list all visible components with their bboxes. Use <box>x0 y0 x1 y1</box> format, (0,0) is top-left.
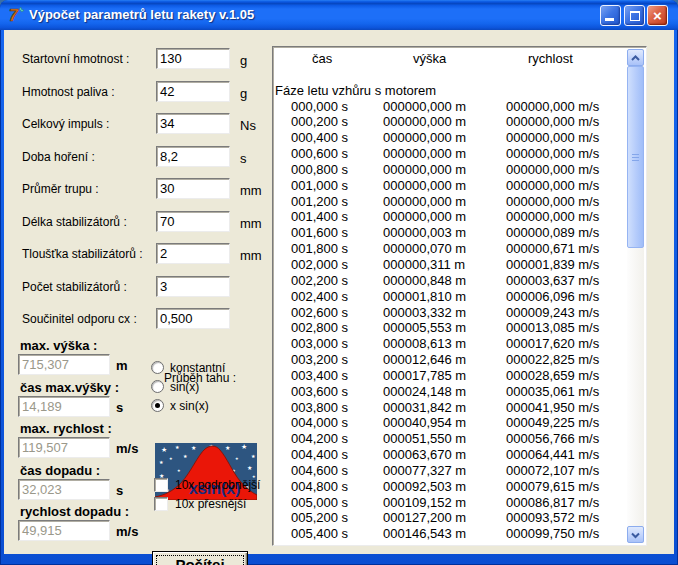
table-row[interactable]: 005,400 s000146,543 m000099,750 m/s <box>275 526 627 542</box>
table-cell: 000,600 s <box>291 146 383 162</box>
precision-checkbox-1[interactable] <box>154 497 168 511</box>
table-row[interactable]: 002,600 s000003,332 m000009,243 m/s <box>275 305 627 321</box>
form-input-1[interactable]: 42 <box>156 81 230 102</box>
table-row[interactable]: 000,000 s000000,000 m000000,000 m/s <box>275 99 627 115</box>
table-cell: 000013,085 m/s <box>506 320 599 335</box>
table-row[interactable]: 002,400 s000001,810 m000006,096 m/s <box>275 289 627 305</box>
table-row[interactable]: 000,400 s000000,000 m000000,000 m/s <box>275 130 627 146</box>
table-cell: 000000,000 m <box>383 194 506 210</box>
table-cell: 002,600 s <box>291 305 383 321</box>
form-input-5[interactable]: 70 <box>156 211 230 232</box>
table-cell: 000000,000 m <box>383 130 506 146</box>
table-cell: 000041,950 m/s <box>506 400 599 415</box>
form-label: Průměr trupu : <box>22 182 99 196</box>
table-cell: 000000,000 m <box>383 99 506 115</box>
table-cell: 000028,659 m/s <box>506 368 599 383</box>
table-row[interactable]: 004,000 s000040,954 m000049,225 m/s <box>275 415 627 431</box>
table-cell: 002,000 s <box>291 257 383 273</box>
flight-table-listbox[interactable]: čas výška rychlost Fáze letu vzhůru s mo… <box>272 46 647 546</box>
scrollbar-thumb[interactable] <box>627 66 644 248</box>
table-cell: 000000,000 m <box>383 209 506 225</box>
table-row[interactable]: 003,200 s000012,646 m000022,825 m/s <box>275 352 627 368</box>
table-row[interactable]: 005,000 s000109,152 m000086,817 m/s <box>275 495 627 511</box>
svg-text:★: ★ <box>183 453 188 459</box>
thrust-radio-1[interactable] <box>151 380 164 393</box>
table-cell: 000063,670 m <box>383 447 506 463</box>
table-row[interactable]: 000,600 s000000,000 m000000,000 m/s <box>275 146 627 162</box>
form-input-3[interactable]: 8,2 <box>156 146 230 167</box>
table-cell: 000001,839 m/s <box>506 257 599 272</box>
table-row[interactable]: 004,400 s000063,670 m000064,441 m/s <box>275 447 627 463</box>
table-cell: 000008,613 m <box>383 336 506 352</box>
form-unit: mm <box>240 248 262 263</box>
form-input-0[interactable]: 130 <box>156 48 230 69</box>
table-row[interactable]: 000,800 s000000,000 m000000,000 m/s <box>275 162 627 178</box>
scrollbar[interactable] <box>627 49 644 543</box>
radio-dot-icon <box>155 403 160 408</box>
table-cell: 004,000 s <box>291 415 383 431</box>
result-label: rychlost dopadu : <box>20 504 129 519</box>
table-row[interactable]: 002,200 s000000,848 m000003,637 m/s <box>275 273 627 289</box>
form-input-8[interactable]: 0,500 <box>156 308 230 329</box>
table-cell: 000000,311 m <box>383 257 506 273</box>
table-cell: 000079,615 m/s <box>506 479 599 494</box>
table-cell: 000003,637 m/s <box>506 273 599 288</box>
form-input-2[interactable]: 34 <box>156 113 230 134</box>
table-row[interactable]: 001,800 s000000,070 m000000,671 m/s <box>275 241 627 257</box>
form-input-7[interactable]: 3 <box>156 276 230 297</box>
thrust-radio-0[interactable] <box>151 361 164 374</box>
table-row[interactable]: 002,000 s000000,311 m000001,839 m/s <box>275 257 627 273</box>
precision-checkbox-0[interactable] <box>154 478 168 492</box>
form-input-4[interactable]: 30 <box>156 178 230 199</box>
table-cell: 002,400 s <box>291 289 383 305</box>
table-row[interactable]: 004,800 s000092,503 m000079,615 m/s <box>275 479 627 495</box>
table-row[interactable]: 002,800 s000005,553 m000013,085 m/s <box>275 320 627 336</box>
table-cell: 000051,550 m <box>383 431 506 447</box>
table-cell: 000001,810 m <box>383 289 506 305</box>
result-label: max. výška : <box>20 338 97 353</box>
table-cell: 000000,671 m/s <box>506 241 599 256</box>
table-cell: 003,400 s <box>291 368 383 384</box>
table-row[interactable]: 003,000 s000008,613 m000017,620 m/s <box>275 336 627 352</box>
table-row[interactable]: 003,600 s000024,148 m000035,061 m/s <box>275 384 627 400</box>
table-cell: 002,800 s <box>291 320 383 336</box>
client-area: Startovní hmotnost :130gHmotnost paliva … <box>4 30 674 554</box>
scrollbar-up-button[interactable] <box>627 49 644 66</box>
form-input-6[interactable]: 2 <box>156 243 230 264</box>
form-unit: mm <box>240 183 262 198</box>
minimize-button[interactable] <box>600 5 621 26</box>
svg-text:★: ★ <box>169 456 173 461</box>
table-cell: 000040,954 m <box>383 415 506 431</box>
thrust-radio-label: sin(x) <box>170 380 199 394</box>
table-row[interactable]: 000,200 s000000,000 m000000,000 m/s <box>275 114 627 130</box>
title-bar[interactable]: 7 Výpočet parametrů letu rakety v.1.05 × <box>0 0 678 30</box>
compute-button[interactable]: Počítej <box>152 551 248 565</box>
thrust-radio-2[interactable] <box>151 399 164 412</box>
form-label: Doba hoření : <box>22 150 95 164</box>
close-button[interactable]: × <box>647 5 668 26</box>
table-row[interactable]: 001,000 s000000,000 m000000,000 m/s <box>275 178 627 194</box>
scrollbar-down-button[interactable] <box>627 526 644 543</box>
svg-text:7: 7 <box>9 7 19 24</box>
table-row[interactable]: 001,600 s000000,003 m000000,089 m/s <box>275 225 627 241</box>
table-cell: 000006,096 m/s <box>506 289 599 304</box>
table-cell: 000,000 s <box>291 99 383 115</box>
table-row[interactable]: 004,200 s000051,550 m000056,766 m/s <box>275 431 627 447</box>
table-row[interactable]: 001,200 s000000,000 m000000,000 m/s <box>275 194 627 210</box>
table-cell: 000056,766 m/s <box>506 431 599 446</box>
table-cell: 000064,441 m/s <box>506 447 599 462</box>
form-label: Součinitel odporu cx : <box>22 312 137 326</box>
table-row[interactable]: 003,400 s000017,785 m000028,659 m/s <box>275 368 627 384</box>
result-value-0: 715,307 <box>18 354 110 375</box>
maximize-button[interactable] <box>624 5 645 26</box>
table-row[interactable]: 005,200 s000127,200 m000093,572 m/s <box>275 510 627 526</box>
table-row[interactable]: 003,800 s000031,842 m000041,950 m/s <box>275 400 627 416</box>
table-row[interactable]: 001,400 s000000,000 m000000,000 m/s <box>275 209 627 225</box>
result-unit: s <box>116 400 123 415</box>
form-label: Tloušťka stabilizátorů : <box>22 247 143 261</box>
table-row[interactable]: 004,600 s000077,327 m000072,107 m/s <box>275 463 627 479</box>
table-cell: 000146,543 m <box>383 526 506 542</box>
table-cell: 000000,000 m/s <box>506 178 599 193</box>
result-label: čas max.výšky : <box>20 380 119 395</box>
table-cell: 000127,200 m <box>383 510 506 526</box>
